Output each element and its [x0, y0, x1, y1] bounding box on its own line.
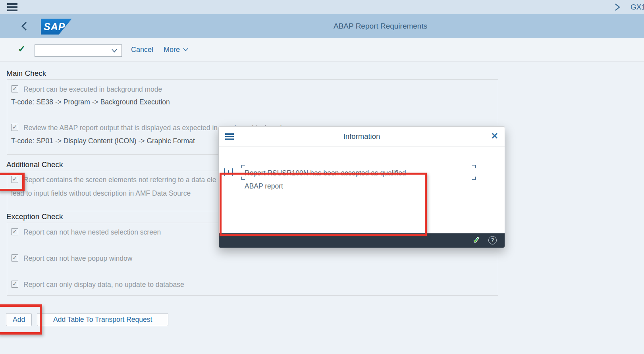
field-bracket-bottom-right	[472, 177, 476, 180]
system-topbar: GX1	[0, 0, 644, 14]
check-icon: ✓	[12, 175, 17, 183]
chevron-down-icon	[111, 48, 118, 53]
menu-hamburger-icon[interactable]	[7, 3, 17, 11]
close-icon[interactable]: ✕	[491, 131, 498, 141]
system-id-label: GX1	[631, 3, 644, 12]
dialog-title: Information	[219, 127, 505, 146]
check-label: Report can be executed in background mod…	[23, 85, 162, 93]
check-icon: ✓	[12, 254, 17, 261]
more-button[interactable]: More	[164, 46, 189, 54]
check-row: ✓ Report can not have popup window	[11, 254, 132, 262]
check-label: Report contains the screen elements not …	[23, 176, 216, 184]
dialog-message-line1: Report RSUSR100N has been accepted as qu…	[245, 169, 406, 177]
check-icon: ✓	[12, 123, 17, 131]
sap-logo: SAP	[41, 19, 72, 35]
checkbox-screen-elements[interactable]: ✓	[11, 176, 18, 183]
check-icon: ✓	[12, 280, 17, 287]
forward-chevron-icon[interactable]	[613, 2, 622, 12]
page-title: ABAP Report Requirements	[334, 22, 427, 31]
chevron-down-icon	[183, 48, 189, 52]
okcode-combobox[interactable]	[35, 44, 122, 57]
checkbox-popup-window[interactable]: ✓	[11, 254, 18, 262]
confirm-check-icon[interactable]: ✓	[473, 235, 480, 245]
check-detail: T-code: SE38 -> Program -> Background Ex…	[11, 98, 170, 106]
information-dialog: Information ✕ i Report RSUSR100N has bee…	[218, 126, 505, 248]
shell-header: SAP ABAP Report Requirements	[0, 14, 644, 38]
back-icon[interactable]	[19, 20, 29, 32]
enter-check-icon[interactable]: ✓	[18, 44, 25, 54]
check-label: Report can not have nested selection scr…	[23, 228, 161, 236]
field-bracket-top-right	[472, 165, 476, 168]
help-icon[interactable]: ?	[488, 236, 497, 244]
cancel-button[interactable]: Cancel	[131, 46, 153, 54]
section-heading-main-check: Main Check	[6, 69, 46, 78]
check-row: ✓ Report can only display data, no updat…	[11, 281, 184, 289]
check-detail: lead to input fields without description…	[11, 189, 191, 198]
check-row: ✓ Report can be executed in background m…	[11, 85, 162, 93]
check-detail: T-code: SP01 -> Display Content (ICON) -…	[11, 137, 195, 145]
checkbox-background-mode[interactable]: ✓	[11, 85, 18, 92]
dialog-message-line2: ABAP report	[245, 182, 283, 190]
sap-gui-window: GX1 SAP ABAP Report Requirements ✓ Cance…	[0, 0, 644, 354]
field-bracket-top-left	[241, 165, 245, 168]
checkbox-spool-output[interactable]: ✓	[11, 124, 18, 131]
check-label: Report can only display data, no update …	[23, 281, 184, 289]
add-table-to-transport-button[interactable]: Add Table To Transport Request	[37, 313, 168, 326]
check-label: Report can not have popup window	[23, 254, 132, 262]
section-heading-additional-check: Additional Check	[6, 160, 63, 169]
dialog-body: i Report RSUSR100N has been accepted as …	[219, 146, 505, 234]
checkbox-display-only[interactable]: ✓	[11, 281, 18, 288]
checkbox-nested-selection[interactable]: ✓	[11, 228, 18, 235]
application-toolbar: ✓ Cancel More	[0, 38, 644, 62]
check-row: ✓ Report can not have nested selection s…	[11, 228, 161, 236]
check-row: ✓ Report contains the screen elements no…	[11, 176, 216, 184]
info-icon: i	[224, 168, 233, 176]
dialog-header: Information ✕	[219, 127, 505, 146]
check-icon: ✓	[12, 85, 17, 92]
add-button[interactable]: Add	[6, 313, 32, 326]
dialog-footer: ✓ ?	[219, 233, 505, 248]
section-heading-exception-check: Exception Check	[6, 212, 63, 221]
check-icon: ✓	[12, 228, 17, 235]
